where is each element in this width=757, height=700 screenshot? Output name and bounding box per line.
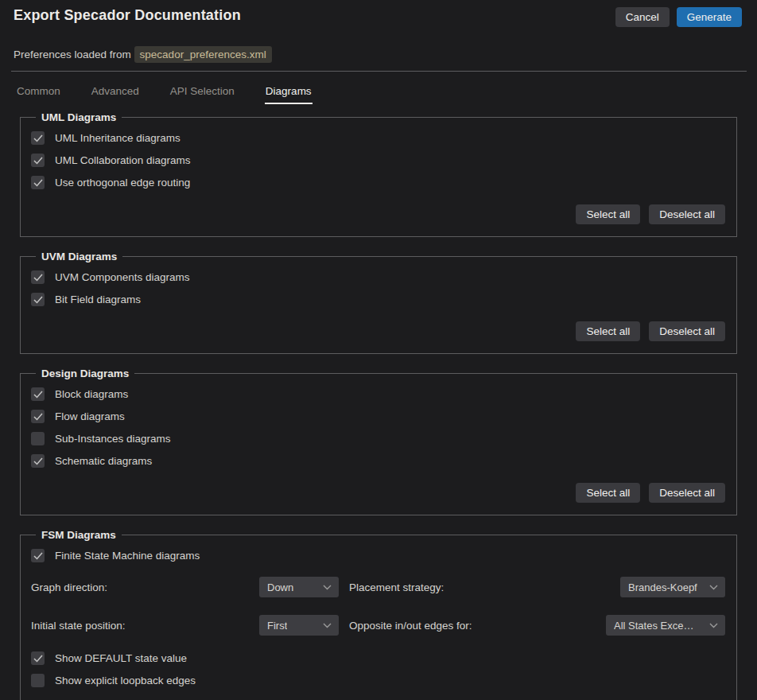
graph-direction-select[interactable]: Down <box>259 577 339 597</box>
checkbox-row: Show DEFAULT state value <box>31 648 725 670</box>
select-value: Brandes-Koepf <box>628 581 697 593</box>
checkbox-label: UML Collaboration diagrams <box>55 154 191 166</box>
title-bar: Export Specador Documentation Cancel Gen… <box>0 0 757 27</box>
chevron-down-icon <box>323 623 332 628</box>
checkbox-row: UML Collaboration diagrams <box>31 150 725 172</box>
checkmark-icon <box>33 391 43 399</box>
fsm-diagrams-section: FSM Diagrams Finite State Machine diagra… <box>20 529 737 700</box>
placement-strategy-select[interactable]: Brandes-Koepf <box>620 577 725 597</box>
preferences-status-text: Preferences loaded from <box>14 49 131 60</box>
checkbox-label: Show explicit loopback edges <box>55 675 196 686</box>
bit-field-checkbox[interactable] <box>31 293 45 306</box>
schematic-diagrams-checkbox[interactable] <box>31 454 45 468</box>
checkbox-label: Bit Field diagrams <box>55 294 141 305</box>
uvm-diagrams-section-title: UVM Diagrams <box>36 251 122 262</box>
checkbox-label: UVM Components diagrams <box>55 271 190 283</box>
checkbox-row: Flow diagrams <box>31 406 725 428</box>
tab-bar: Common Advanced API Selection Diagrams <box>16 72 757 104</box>
uml-select-all-button[interactable]: Select all <box>576 204 640 224</box>
design-deselect-all-button[interactable]: Deselect all <box>649 483 725 503</box>
checkbox-label: Block diagrams <box>55 388 128 400</box>
checkbox-row: UML Inheritance diagrams <box>31 127 725 150</box>
chevron-down-icon <box>709 623 718 628</box>
checkmark-icon <box>33 552 43 560</box>
sub-instances-checkbox[interactable] <box>31 432 45 445</box>
preferences-status: Preferences loaded from specador_prefere… <box>14 49 757 60</box>
design-diagrams-section: Design Diagrams Block diagrams Flow diag… <box>20 368 737 515</box>
checkmark-icon <box>33 179 43 187</box>
design-diagrams-section-title: Design Diagrams <box>36 368 134 379</box>
fsm-diagrams-checkbox[interactable] <box>31 549 45 562</box>
initial-state-position-label: Initial state position: <box>31 620 259 632</box>
dialog-actions: Cancel Generate <box>615 7 742 27</box>
fsm-options: Show DEFAULT state value Show explicit l… <box>31 648 725 692</box>
tab-diagrams[interactable]: Diagrams <box>265 82 313 104</box>
initial-state-position-select[interactable]: First <box>259 615 339 636</box>
checkbox-label: Show DEFAULT state value <box>55 652 187 664</box>
checkbox-label: Sub-Instances diagrams <box>55 433 171 445</box>
generate-button[interactable]: Generate <box>677 7 742 27</box>
uvm-diagrams-section: UVM Diagrams UVM Components diagrams Bit… <box>20 251 737 354</box>
checkbox-row: Show explicit loopback edges <box>31 670 725 692</box>
checkmark-icon <box>33 655 43 663</box>
design-select-all-button[interactable]: Select all <box>576 483 640 503</box>
opposite-edges-label: Opposite in/out edges for: <box>349 620 472 632</box>
checkmark-icon <box>33 296 43 304</box>
checkbox-label: Flow diagrams <box>55 410 125 422</box>
tab-advanced[interactable]: Advanced <box>91 82 140 104</box>
checkbox-row: Schematic diagrams <box>31 450 725 472</box>
checkmark-icon <box>33 274 43 282</box>
checkmark-icon <box>33 413 43 421</box>
flow-diagrams-checkbox[interactable] <box>31 410 45 423</box>
checkbox-row: Finite State Machine diagrams <box>31 545 725 567</box>
uml-diagrams-section: UML Diagrams UML Inheritance diagrams UM… <box>20 111 737 237</box>
preferences-file-badge: specador_preferences.xml <box>134 46 272 63</box>
chevron-down-icon <box>323 585 332 590</box>
orthogonal-routing-checkbox[interactable] <box>31 176 45 189</box>
checkmark-icon <box>33 457 43 465</box>
checkbox-row: Use orthogonal edge routing <box>31 172 725 194</box>
cancel-button[interactable]: Cancel <box>615 7 670 27</box>
checkbox-label: UML Inheritance diagrams <box>55 132 181 144</box>
placement-strategy-label: Placement strategy: <box>349 581 444 593</box>
checkbox-row: Bit Field diagrams <box>31 289 725 311</box>
checkmark-icon <box>33 134 43 142</box>
uml-inheritance-checkbox[interactable] <box>31 131 45 145</box>
tab-common[interactable]: Common <box>16 82 61 104</box>
uml-deselect-all-button[interactable]: Deselect all <box>649 204 725 224</box>
section-actions: Select all Deselect all <box>31 204 725 224</box>
opposite-edges-select[interactable]: All States Exce… <box>606 615 725 636</box>
fsm-diagrams-section-title: FSM Diagrams <box>36 529 122 541</box>
block-diagrams-checkbox[interactable] <box>31 387 45 401</box>
uml-collaboration-checkbox[interactable] <box>31 154 45 167</box>
checkbox-row: Block diagrams <box>31 383 725 406</box>
graph-direction-label: Graph direction: <box>31 581 259 593</box>
select-value: First <box>267 620 287 632</box>
checkbox-label: Finite State Machine diagrams <box>55 550 200 562</box>
uml-diagrams-section-title: UML Diagrams <box>36 111 122 123</box>
checkbox-label: Schematic diagrams <box>55 455 152 467</box>
show-default-state-checkbox[interactable] <box>31 651 45 665</box>
section-actions: Select all Deselect all <box>31 483 725 503</box>
field-row: Graph direction: Down Placement strategy… <box>31 577 725 597</box>
uvm-select-all-button[interactable]: Select all <box>576 321 640 341</box>
chevron-down-icon <box>709 585 718 590</box>
checkbox-row: UVM Components diagrams <box>31 266 725 289</box>
show-loopback-edges-checkbox[interactable] <box>31 674 45 687</box>
section-actions: Select all Deselect all <box>31 321 725 341</box>
page-title: Export Specador Documentation <box>14 7 241 24</box>
uvm-deselect-all-button[interactable]: Deselect all <box>649 321 725 341</box>
tab-api-selection[interactable]: API Selection <box>169 82 235 104</box>
checkbox-row: Sub-Instances diagrams <box>31 428 725 450</box>
select-value: Down <box>267 581 293 593</box>
field-row: Initial state position: First Opposite i… <box>31 615 725 636</box>
checkbox-label: Use orthogonal edge routing <box>55 177 190 189</box>
uvm-components-checkbox[interactable] <box>31 270 45 284</box>
select-value: All States Exce… <box>614 620 693 632</box>
checkmark-icon <box>33 157 43 165</box>
